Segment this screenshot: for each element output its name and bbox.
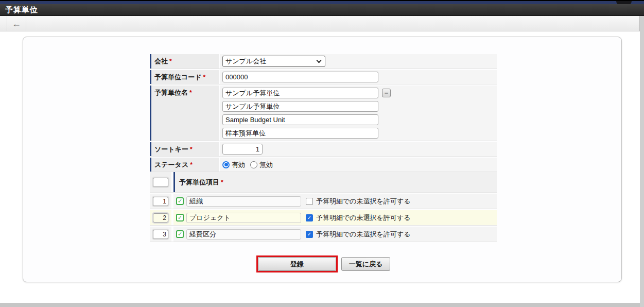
item-main-cell: ✓ ✓ 予算明細での未選択を許可する bbox=[173, 194, 497, 209]
back-to-list-button[interactable]: 一覧に戻る bbox=[341, 257, 391, 271]
status-radio-active[interactable]: 有効 bbox=[222, 160, 245, 169]
sort-key-input[interactable] bbox=[222, 144, 263, 155]
allow-unselected-label: 予算明細での未選択を許可する bbox=[316, 213, 411, 223]
code-label: 予算単位コード* bbox=[150, 70, 219, 84]
app-header: 予算単位 bbox=[0, 4, 644, 16]
items-header-label: 予算単位項目 bbox=[179, 178, 219, 187]
item-main-cell: ✓ ✓ 予算明細での未選択を許可する bbox=[173, 227, 497, 242]
label-text: ソートキー bbox=[154, 145, 188, 153]
sortkey-label: ソートキー* bbox=[150, 142, 219, 156]
status-radio-group: 有効 無効 bbox=[222, 160, 273, 169]
form-row-name: 予算単位名* − bbox=[150, 86, 497, 141]
allow-unselected-label: 予算明細での未選択を許可する bbox=[316, 230, 411, 239]
page-title: 予算単位 bbox=[5, 5, 38, 15]
radio-icon bbox=[250, 161, 257, 168]
radio-label: 無効 bbox=[259, 160, 273, 169]
check-icon: ✓ bbox=[178, 214, 182, 220]
remove-name-button[interactable]: − bbox=[382, 89, 391, 97]
status-radio-inactive[interactable]: 無効 bbox=[250, 160, 273, 169]
form-row-status: ステータス* 有効 無効 bbox=[150, 158, 497, 172]
label-text: 予算単位コード bbox=[154, 73, 202, 81]
back-button[interactable]: ← bbox=[7, 16, 26, 31]
label-text: 予算単位名 bbox=[154, 89, 188, 96]
company-label: 会社* bbox=[150, 54, 219, 69]
code-field-cell bbox=[220, 70, 497, 84]
name-label: 予算単位名* bbox=[150, 86, 219, 141]
budget-unit-form: 会社* サンプル会社 予算単位コード* bbox=[150, 54, 497, 173]
budget-unit-items-table: 予算単位項目* ✓ ✓ 予算明細での未選択を許可する bbox=[150, 172, 497, 243]
chevron-down-icon bbox=[317, 58, 322, 63]
item-num-cell bbox=[150, 194, 171, 209]
toolbar: ← bbox=[0, 16, 640, 31]
item-order-input[interactable] bbox=[153, 213, 168, 223]
budget-unit-name-en-input[interactable] bbox=[222, 114, 378, 125]
company-field-cell: サンプル会社 bbox=[220, 54, 497, 69]
back-arrow-icon: ← bbox=[12, 19, 21, 28]
required-asterisk: * bbox=[190, 146, 193, 153]
item-main-cell: ✓ ✓ 予算明細での未選択を許可する bbox=[173, 210, 497, 225]
form-row-code: 予算単位コード* bbox=[150, 70, 497, 84]
screen: 予算単位 ← 会社* サンプル会社 予算単位 bbox=[0, 0, 644, 307]
allow-unselected-checkbox[interactable]: ✓ bbox=[306, 214, 313, 221]
name-line-ja2 bbox=[222, 101, 378, 112]
name-line-ja: − bbox=[222, 88, 391, 98]
item-row-expense-category: ✓ ✓ 予算明細での未選択を許可する bbox=[150, 227, 497, 242]
item-name-input[interactable] bbox=[186, 196, 301, 207]
item-num-cell bbox=[150, 227, 171, 242]
form-row-company: 会社* サンプル会社 bbox=[150, 54, 497, 69]
minus-icon: − bbox=[385, 89, 389, 97]
item-order-input[interactable] bbox=[153, 230, 168, 239]
status-field-cell: 有効 無効 bbox=[220, 158, 497, 172]
bottom-scrollbar-strip[interactable] bbox=[0, 303, 640, 307]
submit-button[interactable]: 登録 bbox=[258, 257, 336, 271]
name-line-zh bbox=[222, 128, 378, 139]
name-line-en bbox=[222, 114, 378, 125]
sortkey-field-cell bbox=[220, 142, 497, 156]
name-field-cell: − bbox=[220, 86, 497, 141]
items-header-num-cell bbox=[150, 172, 171, 192]
status-label: ステータス* bbox=[150, 158, 219, 172]
items-header-row: 予算単位項目* bbox=[150, 172, 497, 193]
form-row-sortkey: ソートキー* bbox=[150, 142, 497, 157]
item-enabled-checkbox[interactable]: ✓ bbox=[176, 214, 184, 221]
check-icon: ✓ bbox=[178, 231, 182, 237]
item-enabled-checkbox[interactable]: ✓ bbox=[176, 230, 184, 238]
submit-annotation-frame: 登録 bbox=[256, 255, 338, 272]
budget-unit-code-input[interactable] bbox=[222, 72, 378, 82]
form-panel: 会社* サンプル会社 予算単位コード* bbox=[23, 37, 622, 282]
item-name-input[interactable] bbox=[186, 213, 301, 223]
item-row-project: ✓ ✓ 予算明細での未選択を許可する bbox=[150, 210, 497, 226]
company-select[interactable]: サンプル会社 bbox=[222, 56, 325, 67]
check-icon: ✓ bbox=[178, 198, 182, 204]
item-order-input[interactable] bbox=[153, 197, 168, 206]
label-text: 会社 bbox=[154, 57, 168, 65]
allow-unselected-checkbox[interactable]: ✓ bbox=[306, 231, 313, 238]
item-row-organization: ✓ ✓ 予算明細での未選択を許可する bbox=[150, 194, 497, 209]
budget-unit-name-zh-input[interactable] bbox=[222, 128, 378, 139]
item-name-input[interactable] bbox=[186, 229, 301, 240]
required-asterisk: * bbox=[169, 58, 172, 65]
items-header-number-box[interactable] bbox=[153, 178, 168, 187]
budget-unit-name-ja2-input[interactable] bbox=[222, 101, 378, 112]
radio-icon bbox=[222, 161, 230, 168]
company-select-value: サンプル会社 bbox=[225, 57, 266, 66]
required-asterisk: * bbox=[221, 179, 223, 186]
items-header-cell: 予算単位項目* bbox=[173, 172, 497, 192]
required-asterisk: * bbox=[190, 161, 193, 168]
required-asterisk: * bbox=[203, 74, 206, 81]
budget-unit-name-ja-input[interactable] bbox=[222, 88, 378, 98]
label-text: ステータス bbox=[154, 161, 188, 168]
allow-unselected-label: 予算明細での未選択を許可する bbox=[316, 197, 411, 206]
action-buttons: 登録 一覧に戻る bbox=[150, 255, 497, 272]
item-num-cell bbox=[150, 210, 171, 225]
item-enabled-checkbox[interactable]: ✓ bbox=[176, 197, 184, 205]
right-edge-strip bbox=[640, 16, 644, 307]
allow-unselected-checkbox[interactable]: ✓ bbox=[306, 198, 313, 205]
required-asterisk: * bbox=[189, 89, 192, 96]
radio-label: 有効 bbox=[232, 160, 245, 169]
